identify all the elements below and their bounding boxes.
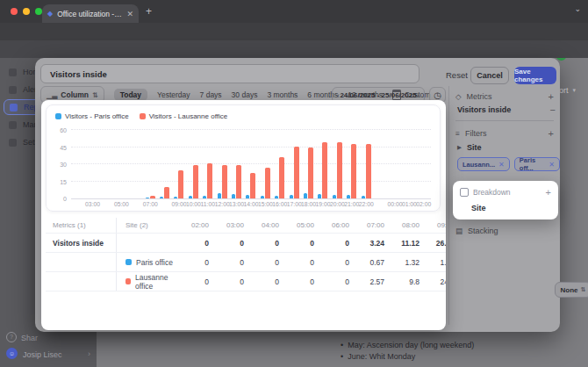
bar-lausanne-office[interactable] xyxy=(308,148,313,199)
range-30-days[interactable]: 30 days xyxy=(232,90,258,99)
close-icon[interactable]: ✕ xyxy=(498,161,505,169)
breakdown-section-header[interactable]: Breakdown + xyxy=(460,187,551,198)
range-today[interactable]: Today xyxy=(114,89,147,101)
add-metric-icon[interactable]: + xyxy=(549,91,554,102)
bar-paris-office[interactable] xyxy=(304,193,307,199)
remove-metric-icon[interactable]: − xyxy=(550,104,556,115)
bar-paris-office[interactable] xyxy=(290,195,293,198)
time-column-header: 07:00 xyxy=(356,221,391,229)
bar-paris-office[interactable] xyxy=(347,195,350,198)
map-icon xyxy=(9,121,17,129)
user-name[interactable]: Josip Lisec xyxy=(23,350,62,359)
save-changes-button[interactable]: Save changes xyxy=(514,67,556,84)
panel-separator xyxy=(455,120,554,121)
y-tick-label: 0 xyxy=(63,196,67,202)
bar-lausanne-office[interactable] xyxy=(322,142,327,198)
filter-group-site[interactable]: ▶ Site xyxy=(457,143,556,152)
metrics-section-header[interactable]: ◇ Metrics + xyxy=(455,91,554,102)
x-tick-label: 05:00 xyxy=(114,201,129,207)
site-color-swatch xyxy=(125,259,132,265)
bar-lausanne-office[interactable] xyxy=(207,163,212,198)
layers-icon: ▤ xyxy=(455,227,463,235)
stacking-select[interactable]: None ⇅ xyxy=(555,282,588,298)
bar-lausanne-office[interactable] xyxy=(265,168,270,198)
widget-title-input[interactable]: Visitors inside xyxy=(40,64,419,83)
range-7-days[interactable]: 7 days xyxy=(200,90,222,99)
browser-tab[interactable]: ◆ Office utilization - Technis ✕ xyxy=(42,4,139,23)
bar-lausanne-office[interactable] xyxy=(178,170,183,198)
window-minimize-button[interactable] xyxy=(23,8,30,15)
filter-chip-paris[interactable]: Paris off... ✕ xyxy=(514,157,560,171)
chevron-right-icon[interactable]: › xyxy=(417,91,419,100)
bar-paris-office[interactable] xyxy=(203,196,206,198)
filters-section-header[interactable]: ≡ Filters + xyxy=(455,128,554,139)
bar-paris-office[interactable] xyxy=(160,197,163,198)
bar-group xyxy=(345,130,359,198)
range-yesterday[interactable]: Yesterday xyxy=(157,90,190,99)
bar-lausanne-office[interactable] xyxy=(351,144,356,198)
tab-close-icon[interactable]: ✕ xyxy=(126,10,133,18)
close-icon[interactable]: ✕ xyxy=(549,161,555,169)
diamond-icon: ◇ xyxy=(455,93,462,101)
legend-item-lausanne[interactable]: Visitors - Lausanne office xyxy=(140,112,228,120)
reset-button[interactable]: Reset xyxy=(446,70,468,80)
bar-paris-office[interactable] xyxy=(333,195,336,198)
bar-lausanne-office[interactable] xyxy=(294,147,299,198)
bar-lausanne-office[interactable] xyxy=(193,165,198,198)
table-row[interactable]: Visitors inside000003.2411.1226.47 xyxy=(46,233,446,252)
bar-lausanne-office[interactable] xyxy=(164,187,169,198)
bar-group xyxy=(129,130,143,198)
range-3-months[interactable]: 3 months xyxy=(267,90,298,99)
bar-paris-office[interactable] xyxy=(362,196,365,198)
chevron-down-icon: ▾ xyxy=(572,87,576,94)
user-avatar[interactable]: ☺ xyxy=(6,348,18,359)
new-tab-button[interactable]: + xyxy=(146,5,152,18)
cancel-button[interactable]: Cancel xyxy=(470,67,509,84)
metric-item[interactable]: Visitors inside − xyxy=(457,104,556,115)
table-row[interactable]: Lausanne office000002.579.824.7 xyxy=(46,271,446,291)
bar-lausanne-office[interactable] xyxy=(279,157,284,198)
bar-paris-office[interactable] xyxy=(218,193,221,199)
breakdown-value[interactable]: Site xyxy=(471,204,486,212)
screenshot-root: ◆ Office utilization - Technis ✕ + ⌄ ← ⟳… xyxy=(0,0,588,367)
bar-paris-office[interactable] xyxy=(174,197,177,198)
value-cell: 0 xyxy=(181,239,216,248)
bar-paris-office[interactable] xyxy=(261,196,264,198)
legend-item-paris[interactable]: Visitors - Paris office xyxy=(55,112,129,120)
filter-chip-lausanne[interactable]: Lausann... ✕ xyxy=(457,157,510,171)
bar-paris-office[interactable] xyxy=(189,196,192,198)
site-column-header: Site (2) xyxy=(116,218,181,233)
bar-paris-office[interactable] xyxy=(246,195,249,198)
table-row[interactable]: Paris office000000.671.321.77 xyxy=(46,252,446,271)
tab-search-icon[interactable]: ⌄ xyxy=(574,4,581,13)
add-filter-icon[interactable]: + xyxy=(549,128,554,139)
x-tick-label: 00:00 xyxy=(387,201,402,207)
bar-lausanne-office[interactable] xyxy=(236,165,241,198)
breakdown-panel: Breakdown + Site xyxy=(453,181,558,219)
site-name: Lausanne office xyxy=(135,273,181,291)
bar-paris-office[interactable] xyxy=(275,196,278,198)
window-zoom-button[interactable] xyxy=(35,8,42,15)
bar-group xyxy=(229,130,243,198)
time-column-header: 02:00 xyxy=(181,221,216,229)
value-cell: 0 xyxy=(286,239,321,248)
time-column-header: 03:00 xyxy=(216,221,251,229)
bar-lausanne-office[interactable] xyxy=(150,196,155,198)
help-icon[interactable]: ? xyxy=(6,332,17,342)
bar-paris-office[interactable] xyxy=(146,198,149,198)
help-label[interactable]: Shar xyxy=(21,334,38,342)
bar-lausanne-office[interactable] xyxy=(337,142,342,198)
window-close-button[interactable] xyxy=(11,8,18,15)
date-range-value: 24/06/2025 - 25/06/2025 xyxy=(340,91,416,99)
sidebar-item-mar[interactable]: Mar xyxy=(9,118,37,132)
time-column-header: 06:00 xyxy=(321,221,356,229)
sidebar-item-settings[interactable]: Sett xyxy=(9,135,37,149)
bar-paris-office[interactable] xyxy=(318,194,321,198)
bar-lausanne-office[interactable] xyxy=(250,173,255,198)
add-breakdown-icon[interactable]: + xyxy=(546,187,551,198)
value-cell: 0 xyxy=(286,258,321,267)
bar-lausanne-office[interactable] xyxy=(366,144,371,198)
bar-lausanne-office[interactable] xyxy=(222,165,227,198)
bar-paris-office[interactable] xyxy=(232,194,235,198)
chevron-right-icon[interactable]: › xyxy=(88,349,90,358)
